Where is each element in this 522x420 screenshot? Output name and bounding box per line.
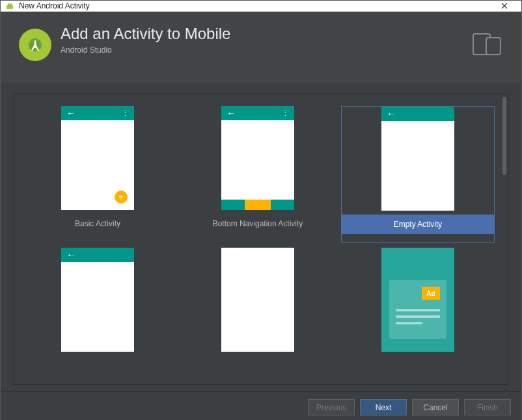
previous-button[interactable]: Previous (308, 399, 355, 415)
template-item[interactable]: ← (181, 248, 335, 384)
template-label: Empty Activity (394, 220, 443, 229)
template-empty-activity[interactable]: ← Empty Activity (341, 106, 495, 243)
template-gallery: ←⋮ + Basic Activity ←⋮ Bottom Navigation… (14, 94, 508, 385)
svg-rect-0 (7, 5, 13, 9)
page-title: Add an Activity to Mobile (61, 25, 472, 43)
overflow-icon: ⋮ (122, 110, 129, 117)
template-item[interactable]: Ad (341, 248, 495, 384)
android-studio-logo (19, 29, 51, 61)
dialog-footer: Previous Next Cancel Finish (1, 391, 521, 420)
fullscreen-icon (281, 250, 290, 259)
dialog-header: Add an Activity to Mobile Android Studio (1, 12, 521, 83)
back-arrow-icon: ← (66, 109, 76, 118)
cancel-button[interactable]: Cancel (412, 399, 459, 415)
overflow-icon: ⋮ (282, 110, 289, 117)
template-bottom-navigation-activity[interactable]: ←⋮ Bottom Navigation Activity (181, 106, 335, 243)
finish-button[interactable]: Finish (464, 399, 511, 415)
close-button[interactable] (491, 1, 517, 11)
back-arrow-icon: ← (66, 250, 76, 259)
titlebar: New Android Activity (1, 1, 521, 12)
window-title: New Android Activity (19, 1, 491, 10)
dialog-content: Add an Activity to Mobile Android Studio… (1, 12, 521, 420)
fab-icon: + (115, 190, 128, 203)
svg-rect-6 (486, 38, 501, 55)
page-subtitle: Android Studio (61, 46, 472, 55)
template-label: Basic Activity (75, 219, 120, 228)
back-arrow-icon: ← (387, 109, 396, 118)
next-button[interactable]: Next (360, 399, 407, 415)
devices-icon (472, 30, 503, 59)
template-item[interactable]: ← (21, 248, 174, 384)
dialog-window: New Android Activity Add an Activity to … (0, 0, 522, 420)
android-studio-icon (5, 1, 15, 11)
back-arrow-icon: ← (227, 109, 236, 118)
template-label: Bottom Navigation Activity (213, 219, 303, 228)
ad-badge: Ad (422, 287, 440, 300)
scrollbar[interactable] (501, 94, 508, 384)
template-basic-activity[interactable]: ←⋮ + Basic Activity (21, 106, 174, 243)
